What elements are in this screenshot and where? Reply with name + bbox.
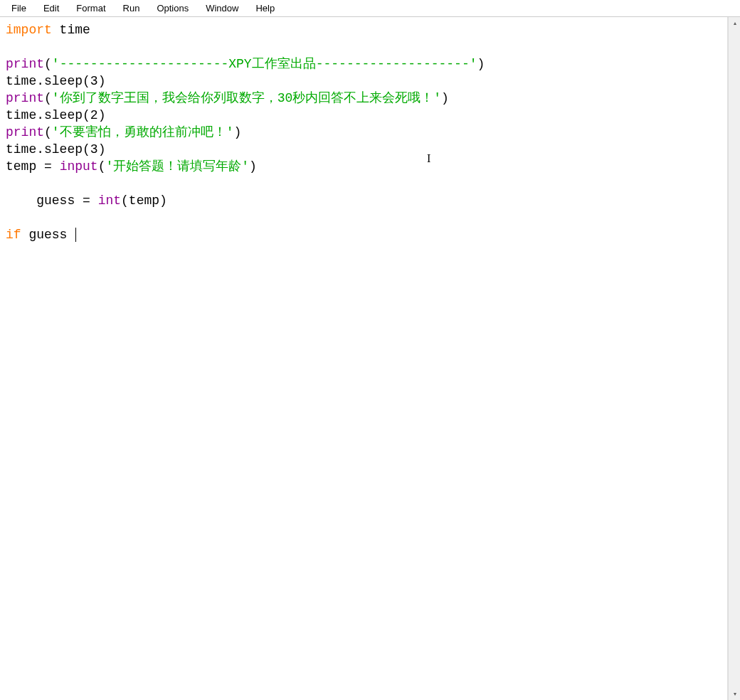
code-line: print('你到了数字王国，我会给你列取数字，30秒内回答不上来会死哦！'): [6, 90, 722, 107]
code-line: time.sleep(3): [6, 141, 722, 158]
code-text: (: [98, 159, 106, 174]
code-text: ): [98, 108, 106, 122]
code-text: (: [44, 125, 52, 139]
code-line: temp = input('开始答题！请填写年龄'): [6, 158, 722, 175]
code-text: guess =: [6, 193, 98, 208]
code-text: ): [477, 57, 485, 71]
menu-help[interactable]: Help: [247, 1, 283, 15]
code-text: (temp): [121, 193, 167, 208]
code-text: (: [44, 91, 52, 105]
string-literal: '开始答题！请填写年龄': [105, 159, 249, 174]
code-line: if guess: [6, 226, 722, 243]
code-editor[interactable]: import timeprint('----------------------…: [0, 17, 728, 700]
number-literal: 3: [90, 74, 98, 88]
code-text: ): [98, 74, 106, 88]
code-line: [6, 209, 722, 226]
code-text: ): [441, 91, 449, 105]
editor-area: import timeprint('----------------------…: [0, 17, 740, 700]
code-text: ): [98, 142, 106, 157]
code-text: time.sleep(: [6, 74, 90, 88]
code-text: guess: [21, 228, 75, 242]
code-line: print('----------------------XPY工作室出品---…: [6, 55, 722, 73]
keyword-if: if: [6, 228, 21, 242]
code-line: time.sleep(2): [6, 107, 722, 124]
text-cursor-icon: [75, 228, 76, 242]
number-literal: 2: [90, 108, 98, 122]
builtin-print: print: [6, 125, 44, 139]
menu-format[interactable]: Format: [68, 1, 114, 15]
code-line: time.sleep(3): [6, 73, 722, 90]
string-literal: '----------------------XPY工作室出品---------…: [52, 57, 477, 71]
code-text: (: [44, 57, 52, 71]
builtin-int: int: [98, 193, 121, 208]
menubar: File Edit Format Run Options Window Help: [0, 0, 740, 17]
code-text: ): [233, 125, 241, 139]
menu-window[interactable]: Window: [197, 1, 247, 15]
code-text: time.sleep(: [6, 108, 90, 122]
builtin-print: print: [6, 91, 44, 105]
menu-options[interactable]: Options: [148, 1, 197, 15]
number-literal: 3: [90, 142, 98, 157]
string-literal: '不要害怕，勇敢的往前冲吧！': [52, 125, 234, 139]
code-line: import time: [6, 21, 722, 38]
code-text: time.sleep(: [6, 142, 90, 157]
vertical-scrollbar[interactable]: ▴ ▾: [728, 17, 740, 700]
code-text: ): [249, 159, 257, 174]
menu-run[interactable]: Run: [115, 1, 149, 15]
string-literal: '你到了数字王国，我会给你列取数字，30秒内回答不上来会死哦！': [52, 91, 441, 105]
code-line: guess = int(temp): [6, 192, 722, 209]
menu-edit[interactable]: Edit: [35, 1, 68, 15]
code-line: [6, 175, 722, 192]
builtin-print: print: [6, 57, 44, 71]
code-text: temp =: [6, 159, 60, 174]
code-line: [6, 38, 722, 55]
builtin-input: input: [60, 159, 98, 174]
scroll-up-icon[interactable]: ▴: [729, 17, 740, 29]
code-text: time: [52, 23, 90, 37]
keyword-import: import: [6, 23, 52, 37]
scroll-down-icon[interactable]: ▾: [729, 688, 740, 700]
menu-file[interactable]: File: [3, 1, 35, 15]
code-line: print('不要害怕，勇敢的往前冲吧！'): [6, 124, 722, 141]
